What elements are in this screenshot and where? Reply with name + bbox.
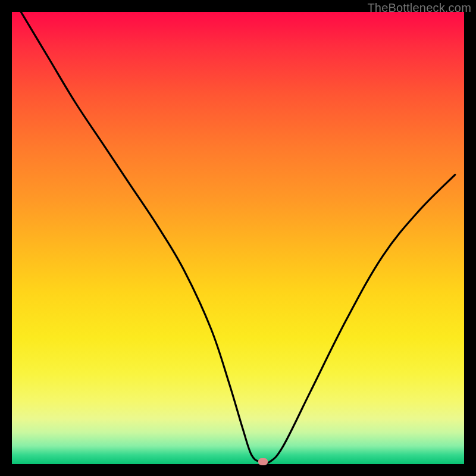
plot-area [12, 12, 464, 464]
watermark-text: TheBottleneck.com [367, 1, 471, 15]
bottleneck-curve [21, 12, 455, 464]
curve-layer [12, 12, 464, 464]
min-marker [258, 458, 268, 465]
chart-frame: TheBottleneck.com [0, 0, 476, 476]
